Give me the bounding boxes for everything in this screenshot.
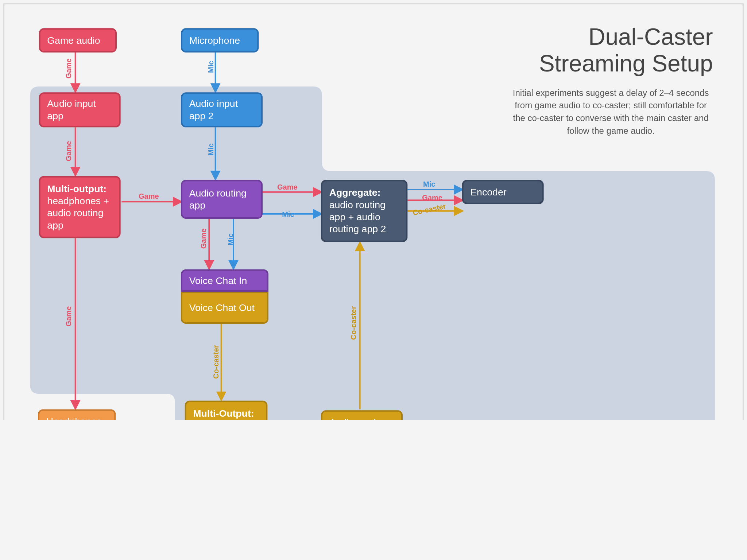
node-encoder: Encoder — [462, 180, 544, 204]
node-voice-chat-in: Voice Chat In — [181, 269, 268, 292]
node-audio-routing-2: Audio routing app 2 — [321, 410, 403, 420]
label-game-4: Game — [64, 306, 73, 327]
label-cocaster-3: Co-caster — [273, 419, 307, 420]
node-aggregate: Aggregate: audio routing app + audio rou… — [321, 180, 407, 242]
label-mic-2: Mic — [207, 143, 215, 155]
title-line1: Dual-Caster — [539, 23, 713, 50]
label-game-2: Game — [64, 141, 73, 162]
node-multi-output-1: Multi-output: headphones + audio routing… — [39, 176, 121, 238]
label-cocaster-2: Co-caster — [212, 345, 220, 379]
label-game-3: Game — [139, 192, 159, 201]
label-game-1: Game — [64, 58, 73, 79]
page-title: Dual-Caster Streaming Setup — [539, 23, 713, 77]
label-cocaster-4: Co-caster — [349, 306, 357, 340]
label-game-5: Game — [277, 183, 298, 191]
node-multi-output-2: Multi-Output: Headphones + audio routing… — [185, 401, 268, 420]
node-voice-chat-out: Voice Chat Out — [181, 292, 268, 324]
node-microphone: Microphone — [181, 28, 259, 52]
title-line2: Streaming Setup — [539, 50, 713, 77]
label-mic-3: Mic — [282, 210, 294, 218]
label-cocaster-5: Co-caster — [136, 419, 170, 420]
label-mic-4: Mic — [226, 233, 235, 245]
node-audio-input-2: Audio input app 2 — [181, 92, 263, 127]
label-mic-1: Mic — [207, 61, 215, 73]
node-game-audio: Game audio — [39, 28, 117, 52]
node-headphones: Headphones — [38, 409, 116, 420]
node-audio-routing: Audio routing app — [181, 180, 263, 219]
label-game-7: Game — [422, 194, 442, 202]
node-audio-input-1: Audio input app — [39, 92, 121, 127]
label-mic-5: Mic — [423, 180, 435, 188]
label-game-6: Game — [200, 229, 208, 249]
page-subtitle: Initial experiments suggest a delay of 2… — [509, 86, 713, 137]
